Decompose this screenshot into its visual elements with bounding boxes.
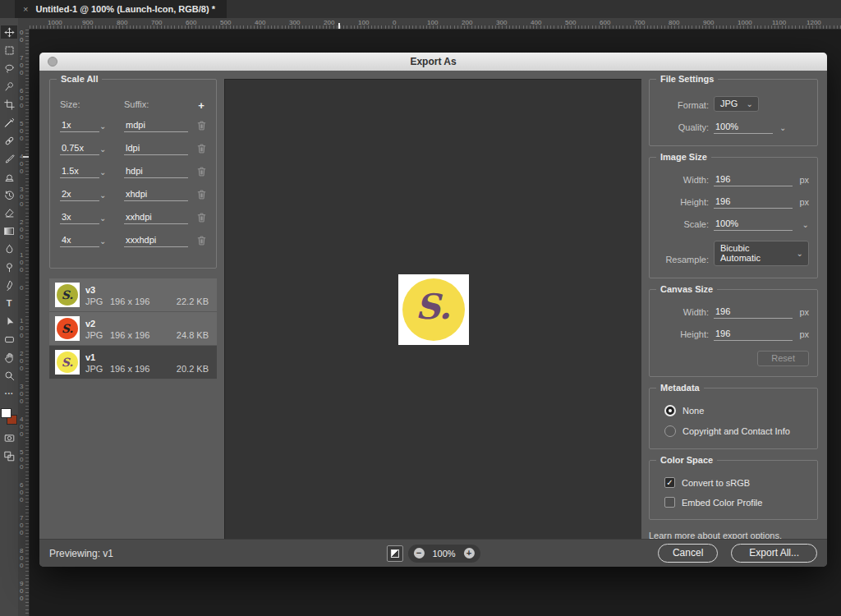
foreground-color-swatch[interactable] <box>1 408 11 418</box>
marquee-tool[interactable] <box>1 44 17 57</box>
screen-mode-button[interactable] <box>1 449 17 462</box>
path-selection-tool[interactable] <box>1 315 17 328</box>
scale-row: 0.75x ⌄ ldpi <box>60 143 208 155</box>
hand-tool[interactable] <box>1 351 17 364</box>
scale-row: 1x ⌄ mdpi <box>60 120 208 132</box>
lasso-tool[interactable] <box>1 62 17 75</box>
zoom-tool[interactable] <box>1 369 17 382</box>
scale-size-input[interactable]: 1.5x <box>60 166 99 178</box>
dialog-close-button[interactable] <box>48 57 57 67</box>
metadata-option[interactable]: None <box>664 405 809 416</box>
scale-suffix-input[interactable]: hdpi <box>124 166 188 178</box>
radio-unselected-icon[interactable] <box>664 425 676 437</box>
eraser-tool[interactable] <box>1 206 17 219</box>
delete-scale-icon[interactable] <box>195 121 208 132</box>
width-input[interactable]: 196 <box>714 174 793 186</box>
delete-scale-icon[interactable] <box>195 190 208 201</box>
zoom-in-button[interactable]: + <box>464 548 475 559</box>
add-scale-button[interactable]: + <box>195 99 208 112</box>
scale-size-input[interactable]: 2x <box>60 189 99 201</box>
color-swatches[interactable] <box>1 408 17 425</box>
version-row-v1[interactable]: S. v1 JPG 196 x 196 20.2 KB <box>49 346 217 379</box>
color-space-option[interactable]: Embed Color Profile <box>664 497 809 508</box>
chevron-down-icon[interactable]: ⌄ <box>99 145 124 155</box>
move-tool[interactable] <box>1 25 17 39</box>
ruler-label: 400 <box>20 416 23 438</box>
blur-tool[interactable] <box>1 242 17 255</box>
scale-all-panel: Scale All Size: Suffix: + 1x ⌄ mdpi 0.75… <box>49 79 217 269</box>
quick-mask-button[interactable] <box>1 431 17 444</box>
zoom-out-button[interactable]: − <box>413 548 424 559</box>
export-all-button[interactable]: Export All... <box>731 544 817 563</box>
reset-button[interactable]: Reset <box>757 351 809 366</box>
ruler-label: 800 <box>669 19 679 26</box>
delete-scale-icon[interactable] <box>195 213 208 224</box>
eyedropper-tool[interactable] <box>1 116 17 129</box>
delete-scale-icon[interactable] <box>195 167 208 178</box>
canvas-width-input[interactable]: 196 <box>714 306 793 319</box>
radio-selected-icon[interactable] <box>664 405 676 416</box>
chevron-down-icon[interactable]: ⌄ <box>99 237 124 247</box>
history-brush-tool[interactable] <box>1 188 17 201</box>
brush-tool[interactable] <box>1 152 17 165</box>
chevron-down-icon[interactable]: ⌄ <box>99 168 124 178</box>
delete-scale-icon[interactable] <box>195 144 208 155</box>
chevron-down-icon[interactable]: ⌄ <box>773 123 786 134</box>
resample-select[interactable]: Bicubic Automatic ⌄ <box>714 241 809 266</box>
canvas-width-unit: px <box>793 307 809 319</box>
format-value: JPG <box>720 99 738 108</box>
height-input[interactable]: 196 <box>714 196 793 209</box>
scale-suffix-input[interactable]: mdpi <box>124 120 188 132</box>
dialog-titlebar[interactable]: Export As <box>39 53 827 71</box>
scale-size-input[interactable]: 0.75x <box>60 143 99 155</box>
version-thumbnail: S. <box>55 350 80 375</box>
shape-tool[interactable] <box>1 333 17 346</box>
version-row-v2[interactable]: S. v2 JPG 196 x 196 24.8 KB <box>49 312 217 346</box>
canvas-width-label: Width: <box>658 307 709 319</box>
color-space-option[interactable]: ✓ Convert to sRGB <box>664 477 809 488</box>
canvas-height-input[interactable]: 196 <box>714 329 793 341</box>
gradient-tool[interactable] <box>1 224 17 237</box>
document-tab[interactable]: × Untitled-1 @ 100% (Launch-Icon, RGB/8)… <box>15 0 227 18</box>
ruler-label: 900 <box>703 19 714 26</box>
scale-suffix-input[interactable]: ldpi <box>124 143 188 155</box>
chevron-down-icon[interactable]: ⌄ <box>793 220 809 231</box>
version-row-v3[interactable]: S. v3 JPG 196 x 196 22.2 KB <box>49 278 217 312</box>
scale-suffix-input[interactable]: xhdpi <box>124 189 188 201</box>
format-select[interactable]: JPG ⌄ <box>714 96 759 112</box>
preview-area[interactable]: S. <box>224 79 641 539</box>
ruler-label: 400 <box>20 153 23 175</box>
crop-tool[interactable] <box>1 98 17 111</box>
scale-suffix-input[interactable]: xxhdpi <box>124 212 188 224</box>
chevron-down-icon[interactable]: ⌄ <box>99 191 124 201</box>
tab-bar: × Untitled-1 @ 100% (Launch-Icon, RGB/8)… <box>0 0 841 18</box>
scale-row: 3x ⌄ xxhdpi <box>60 212 208 224</box>
checkbox-checked-icon[interactable]: ✓ <box>664 477 675 488</box>
chevron-down-icon[interactable]: ⌄ <box>99 214 124 224</box>
quality-input[interactable]: 100% <box>714 122 773 134</box>
checkbox-unchecked-icon[interactable] <box>664 497 675 508</box>
delete-scale-icon[interactable] <box>195 236 208 247</box>
healing-brush-tool[interactable] <box>1 134 17 147</box>
clone-stamp-tool[interactable] <box>1 170 17 183</box>
chevron-down-icon[interactable]: ⌄ <box>99 122 124 132</box>
version-dimensions: 196 x 196 <box>110 297 169 306</box>
suffix-column-label: Suffix: <box>124 99 195 112</box>
dodge-tool[interactable] <box>1 260 17 274</box>
pen-tool[interactable] <box>1 278 17 292</box>
scale-input[interactable]: 100% <box>714 218 793 231</box>
ruler-label: 500 <box>220 19 231 26</box>
cancel-button[interactable]: Cancel <box>658 544 718 563</box>
close-tab-icon[interactable]: × <box>23 4 28 14</box>
scale-suffix-input[interactable]: xxxhdpi <box>124 235 188 247</box>
type-tool[interactable]: T <box>1 297 17 310</box>
scale-size-input[interactable]: 4x <box>60 235 99 247</box>
scale-size-input[interactable]: 1x <box>60 120 99 132</box>
preview-background-toggle[interactable] <box>386 545 402 562</box>
metadata-option[interactable]: Copyright and Contact Info <box>664 425 809 437</box>
version-name: v3 <box>85 285 110 295</box>
scale-size-input[interactable]: 3x <box>60 212 99 224</box>
quick-selection-tool[interactable] <box>1 80 17 93</box>
edit-toolbar-button[interactable]: ··· <box>1 387 17 400</box>
ruler-label: 300 <box>289 19 300 26</box>
